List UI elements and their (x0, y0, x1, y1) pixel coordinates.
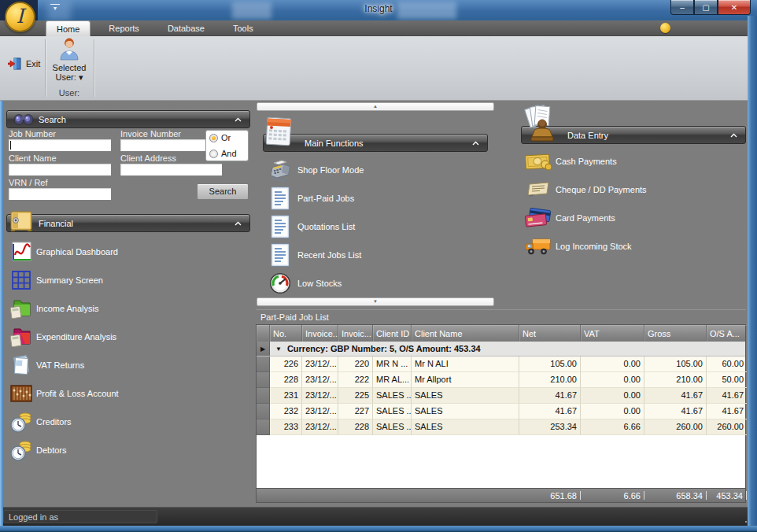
main-item-shop-floor-mode[interactable]: Shop Floor Mode (263, 156, 491, 184)
financial-item-profit-loss-account[interactable]: Profit & Loss Account (6, 379, 250, 408)
app-window: Insight – ▢ ✕ I Home Reports Database To… (0, 0, 757, 532)
col-gross[interactable]: Gross (644, 325, 707, 342)
row-indicator-icon: ▶ (257, 342, 270, 356)
cell-gross: 105.00 (644, 357, 707, 372)
row-gutter (257, 419, 270, 435)
job-number-input[interactable] (8, 139, 112, 152)
table-row[interactable]: 23323/12/...228SALES ...SALES253.346.662… (257, 419, 745, 435)
row-gutter (257, 388, 270, 404)
col-invoice-number[interactable]: Invoic... (338, 325, 373, 342)
cell-vat: 6.66 (581, 419, 644, 435)
tab-tools[interactable]: Tools (223, 20, 264, 36)
job-list-grid: No. Invoice... Invoic... Client ID Clien… (256, 324, 746, 503)
window-title: Insight (0, 3, 757, 14)
cell-gross: 210.00 (644, 372, 707, 388)
cell-invoice-number: 228 (338, 419, 373, 435)
col-invoice-date[interactable]: Invoice... (302, 325, 338, 342)
main-item-low-stocks[interactable]: Low Stocks (263, 269, 491, 297)
search-panel-header[interactable]: Search (6, 110, 250, 128)
col-vat[interactable]: VAT (581, 325, 644, 342)
collapse-chevron-icon (234, 117, 242, 122)
item-label: Graphical Dashboard (36, 247, 118, 257)
cell-invoice-date: 23/12/... (302, 404, 338, 419)
col-net[interactable]: Net (519, 325, 581, 342)
financial-item-debtors[interactable]: Debtors (6, 436, 250, 464)
maximize-button[interactable]: ▢ (694, 0, 718, 15)
financial-item-summary-screen[interactable]: Summary Screen (6, 266, 250, 294)
main-functions-panel-header[interactable]: Main Functions (263, 134, 488, 152)
grid-icon (6, 269, 36, 291)
currency-group-row[interactable]: ▶ ▼ Currency: GBP Number: 5, O/S Amount:… (257, 342, 745, 357)
cash-icon (521, 152, 556, 171)
invoice-number-label: Invoice Number (120, 129, 181, 139)
financial-item-income-analysis[interactable]: Income Analysis (6, 294, 250, 323)
item-label: Shop Floor Mode (297, 165, 364, 175)
exit-label: Exit (26, 59, 40, 68)
exit-button[interactable]: Exit (5, 54, 42, 74)
quick-access-dropdown-icon[interactable] (50, 4, 60, 13)
entry-item-log-incoming-stock[interactable]: Log Incoming Stock (521, 232, 746, 260)
cell-net: 41.67 (519, 388, 581, 404)
col-client-id[interactable]: Client ID (373, 325, 412, 342)
main-item-quotations-list[interactable]: Quotations List (263, 212, 491, 241)
entry-item-cheque-dd-payments[interactable]: Cheque / DD Payments (521, 175, 746, 204)
title-bar[interactable]: Insight (0, 0, 757, 20)
row-gutter (257, 357, 270, 372)
col-os-amount[interactable]: O/S A... (707, 325, 747, 342)
truck-icon (521, 237, 556, 256)
table-row[interactable]: 23123/12/...225SALES ...SALES41.670.0041… (257, 388, 745, 404)
cell-os-amount: 41.67 (707, 388, 747, 404)
financial-item-graphical-dashboard[interactable]: Graphical Dashboard (6, 238, 250, 266)
search-button[interactable]: Search (197, 183, 249, 200)
financial-panel-header[interactable]: Financial (6, 214, 250, 232)
clock-coins-icon (6, 410, 36, 434)
close-button[interactable]: ✕ (718, 0, 751, 15)
col-no[interactable]: No. (270, 325, 302, 342)
gauge-icon (263, 272, 297, 295)
cell-vat: 0.00 (581, 357, 644, 372)
line-chart-icon (6, 241, 36, 263)
user-icon (58, 38, 80, 61)
scroll-down-button[interactable]: ▼ (257, 297, 494, 306)
collapse-chevron-icon (472, 141, 479, 146)
item-label: Income Analysis (36, 304, 98, 313)
table-row[interactable]: 22823/12/...222MR AL...Mr Allport210.000… (257, 372, 745, 388)
radio-and[interactable]: And (209, 149, 245, 158)
tab-reports[interactable]: Reports (98, 20, 150, 36)
financial-item-expenditure-analysis[interactable]: Expenditure Analysis (6, 323, 250, 351)
scroll-up-button[interactable]: ▲ (257, 102, 494, 111)
tab-database[interactable]: Database (157, 20, 215, 36)
main-item-part-paid-jobs[interactable]: Part-Paid Jobs (263, 184, 491, 212)
selected-user-button[interactable]: Selected User: ▾ (47, 38, 91, 90)
financial-item-vat-returns[interactable]: VAT Returns (6, 351, 250, 379)
tab-home[interactable]: Home (46, 20, 90, 36)
entry-item-cash-payments[interactable]: Cash Payments (521, 147, 746, 175)
item-label: Card Payments (556, 213, 615, 223)
cell-client-id: SALES ... (373, 404, 412, 419)
client-name-input[interactable] (8, 163, 112, 176)
main-item-recent-jobs-list[interactable]: Recent Jobs List (263, 241, 491, 269)
table-row[interactable]: 22623/12/...220MR N ...Mr N ALI105.000.0… (257, 357, 745, 372)
cell-invoice-date: 23/12/... (302, 357, 338, 372)
financial-item-creditors[interactable]: Creditors (6, 408, 250, 436)
calendar-icon (264, 115, 294, 148)
app-logo-icon[interactable]: I (5, 2, 35, 32)
cell-no: 233 (270, 419, 302, 435)
table-row[interactable]: 23223/12/...227SALES ...SALES41.670.0041… (257, 404, 745, 419)
radio-or[interactable]: Or (209, 133, 245, 142)
radio-or-label: Or (221, 133, 231, 142)
cell-vat: 0.00 (581, 388, 644, 404)
col-client-name[interactable]: Client Name (412, 325, 519, 342)
entry-item-card-payments[interactable]: Card Payments (521, 204, 746, 232)
window-border-bottom (0, 526, 757, 532)
cell-client-name: SALES (412, 419, 519, 435)
vrn-ref-input[interactable] (8, 187, 112, 201)
group-expand-icon[interactable]: ▼ (275, 345, 282, 353)
cell-no: 228 (270, 372, 302, 388)
minimize-button[interactable]: – (670, 0, 694, 15)
client-address-label: Client Address (120, 153, 176, 163)
cell-gross: 41.67 (644, 404, 707, 419)
job-list-title: Part-Paid Job List (256, 309, 746, 324)
item-label: Cheque / DD Payments (556, 185, 647, 194)
client-address-input[interactable] (120, 163, 223, 176)
